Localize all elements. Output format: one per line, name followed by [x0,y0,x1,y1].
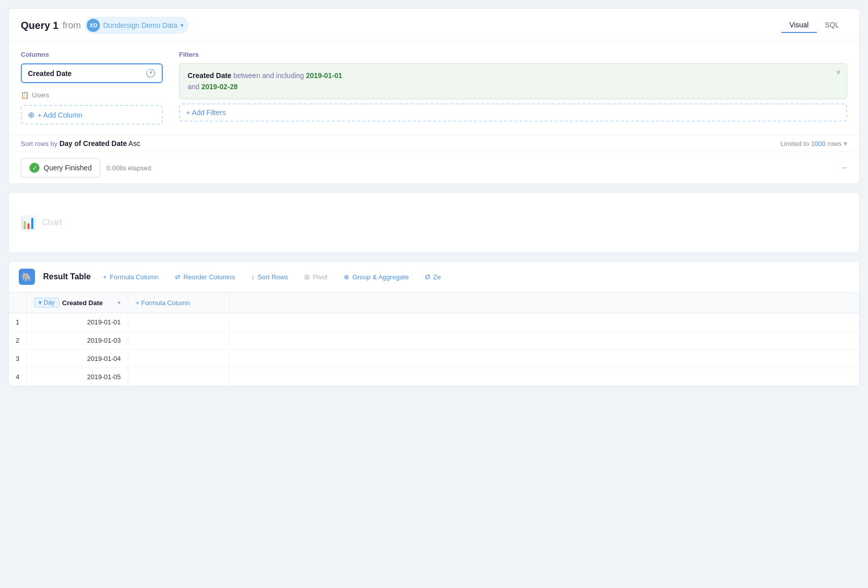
table-tag[interactable]: 📋 Users [21,87,163,103]
formula-column-icon: + [103,273,107,281]
reorder-columns-icon: ⇄ [175,273,180,281]
table-row: 1 2019-01-01 [9,313,859,332]
th-chevron-icon[interactable]: ▾ [118,299,121,306]
table-name: Users [32,91,49,99]
datasource-name: Dundersign Demo Data [103,21,177,29]
pivot-label: Pivot [313,273,328,281]
filter-value2: 2019-02-28 [201,83,238,91]
sort-field-name: Day of Created Date [59,139,127,148]
formula-cell [128,313,230,332]
row-limit: Limited to 1000 rows ▾ [780,139,847,148]
table-row: 3 2019-01-04 [9,350,859,368]
query-header: Query 1 from XD Dundersign Demo Data ▾ V… [9,9,859,41]
limit-suffix: rows [828,140,842,148]
add-column-button[interactable]: ⊕ + Add Column [21,105,163,125]
query-body: Columns Created Date 🕐 📋 Users ⊕ + Add C… [9,41,859,135]
empty-cell [230,368,859,386]
tab-visual[interactable]: Visual [781,18,817,33]
empty-cell [230,313,859,332]
columns-label: Columns [21,51,163,58]
query-status-bar: ✓ Query Finished 0.008s elapsed − [9,152,859,183]
ze-icon: Ø [425,273,430,281]
view-tabs: Visual SQL [781,18,847,33]
filter-operator: between and including [233,71,306,80]
ze-label: Ze [433,273,441,281]
row-number: 4 [9,368,27,386]
sort-rows-label: Sort Rows [258,273,288,281]
group-aggregate-icon: ⊕ [344,273,349,281]
th-column-name: Created Date [62,299,103,307]
add-filter-label: + Add Filters [186,108,226,117]
query-status-left: ✓ Query Finished 0.008s elapsed [21,158,151,177]
elapsed-time: 0.008s elapsed [106,164,151,172]
group-aggregate-button[interactable]: ⊕ Group & Aggregate [340,271,413,283]
query-finished-button[interactable]: ✓ Query Finished [21,158,100,177]
column-tag[interactable]: Created Date 🕐 [21,63,163,83]
result-table-title: Result Table [43,272,91,281]
th-created-date: ▾ Day Created Date ▾ [27,292,128,313]
status-label: Query Finished [44,164,92,172]
query-title-area: Query 1 from XD Dundersign Demo Data ▾ [21,17,189,34]
result-table-card: 🐘 Result Table + Formula Column ⇄ Reorde… [8,261,860,387]
row-number: 3 [9,350,27,368]
formula-column-button[interactable]: + Formula Column [99,271,163,283]
empty-cell [230,332,859,350]
table-row: 4 2019-01-05 [9,368,859,386]
filters-label: Filters [179,51,847,58]
columns-section: Columns Created Date 🕐 📋 Users ⊕ + Add C… [21,51,163,125]
reorder-columns-button[interactable]: ⇄ Reorder Columns [171,271,239,283]
tab-sql[interactable]: SQL [817,18,847,33]
sort-info: Sort rows by Day of Created Date Asc [21,139,140,148]
column-name: Created Date [28,69,71,78]
add-formula-column-header[interactable]: + Formula Column [128,294,229,312]
chart-label: Chart [42,218,62,227]
chart-icon: 📊 [21,215,36,230]
limit-chevron-icon[interactable]: ▾ [844,139,847,148]
filter-close-icon[interactable]: × [836,68,841,77]
datasource-chevron-icon: ▾ [180,22,184,29]
minimize-button[interactable]: − [842,163,847,173]
filter-content: Created Date between and including 2019-… [188,70,839,93]
main-container: Query 1 from XD Dundersign Demo Data ▾ V… [0,0,868,395]
filter-tag: Created Date between and including 2019-… [179,63,847,99]
day-chevron-icon: ▾ [39,299,42,306]
limit-count: 1000 [811,140,826,148]
pivot-button[interactable]: ⊞ Pivot [300,271,332,283]
date-cell: 2019-01-03 [27,332,128,350]
sort-direction: Asc [128,139,140,148]
pivot-icon: ⊞ [304,273,310,281]
th-formula-column: + Formula Column [128,292,230,313]
filter-connector: and [188,83,199,91]
empty-cell [230,350,859,368]
add-column-label: + Add Column [38,111,82,119]
formula-column-label: Formula Column [110,273,159,281]
reorder-columns-label: Reorder Columns [184,273,235,281]
sort-rows-button[interactable]: ↕ Sort Rows [247,271,292,283]
sort-rows-icon: ↕ [251,273,255,281]
date-cell: 2019-01-05 [27,368,128,386]
day-tag[interactable]: ▾ Day [34,298,59,308]
query-card: Query 1 from XD Dundersign Demo Data ▾ V… [8,8,860,184]
chart-area: 📊 Chart [8,192,860,253]
formula-cell [128,332,230,350]
row-number: 2 [9,332,27,350]
formula-cell [128,368,230,386]
query-title: Query 1 [21,20,58,31]
th-empty [230,292,859,313]
table-row: 2 2019-01-03 [9,332,859,350]
datasource-icon: XD [87,19,100,32]
add-filter-button[interactable]: + Add Filters [179,103,847,122]
from-label: from [62,20,81,31]
result-table-logo: 🐘 [19,269,35,285]
ze-button[interactable]: Ø Ze [421,271,445,283]
status-icon: ✓ [29,163,40,173]
date-cell: 2019-01-04 [27,350,128,368]
th-day-cell: ▾ Day Created Date [34,298,103,308]
data-table: ▾ Day Created Date ▾ + Formula Column [9,292,859,386]
date-cell: 2019-01-01 [27,313,128,332]
filter-field: Created Date [188,71,231,80]
day-tag-label: Day [44,299,54,306]
table-icon: 📋 [21,91,29,99]
filters-section: Filters Created Date between and includi… [179,51,847,125]
datasource-badge[interactable]: XD Dundersign Demo Data ▾ [85,17,188,34]
